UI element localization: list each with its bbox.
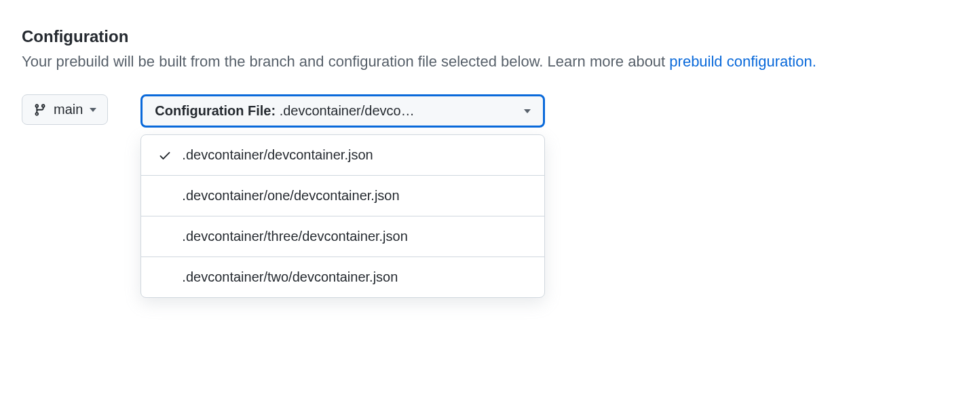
config-file-selector-text: Configuration File: .devcontainer/devco… xyxy=(155,103,517,119)
config-dropdown-item[interactable]: .devcontainer/one/devcontainer.json xyxy=(141,176,544,216)
config-dropdown-item-label: .devcontainer/three/devcontainer.json xyxy=(182,229,407,244)
config-dropdown-item[interactable]: .devcontainer/three/devcontainer.json xyxy=(141,216,544,257)
config-column: Configuration File: .devcontainer/devco…… xyxy=(140,94,545,298)
config-dropdown-item-label: .devcontainer/devcontainer.json xyxy=(182,147,373,163)
check-slot xyxy=(157,149,172,162)
config-file-selector-button[interactable]: Configuration File: .devcontainer/devco… xyxy=(140,94,545,128)
config-value: .devcontainer/devco… xyxy=(280,103,415,118)
branch-selector-button[interactable]: main xyxy=(22,94,108,125)
prebuild-config-link[interactable]: prebuild configuration. xyxy=(669,53,816,70)
section-heading: Configuration xyxy=(22,27,958,46)
config-dropdown-item[interactable]: .devcontainer/two/devcontainer.json xyxy=(141,257,544,297)
config-dropdown-item-label: .devcontainer/two/devcontainer.json xyxy=(182,269,398,285)
branch-label: main xyxy=(54,102,83,117)
config-prefix: Configuration File: xyxy=(155,103,279,118)
section-description: Your prebuild will be built from the bra… xyxy=(22,50,958,73)
controls-row: main Configuration File: .devcontainer/d… xyxy=(22,94,958,298)
caret-down-icon xyxy=(90,108,96,112)
config-dropdown-item-label: .devcontainer/one/devcontainer.json xyxy=(182,188,399,204)
git-branch-icon xyxy=(33,102,47,117)
config-dropdown: .devcontainer/devcontainer.json.devconta… xyxy=(140,134,545,298)
check-icon xyxy=(158,149,172,162)
caret-down-icon xyxy=(524,109,531,113)
description-text: Your prebuild will be built from the bra… xyxy=(22,53,669,70)
config-dropdown-item[interactable]: .devcontainer/devcontainer.json xyxy=(141,135,544,176)
